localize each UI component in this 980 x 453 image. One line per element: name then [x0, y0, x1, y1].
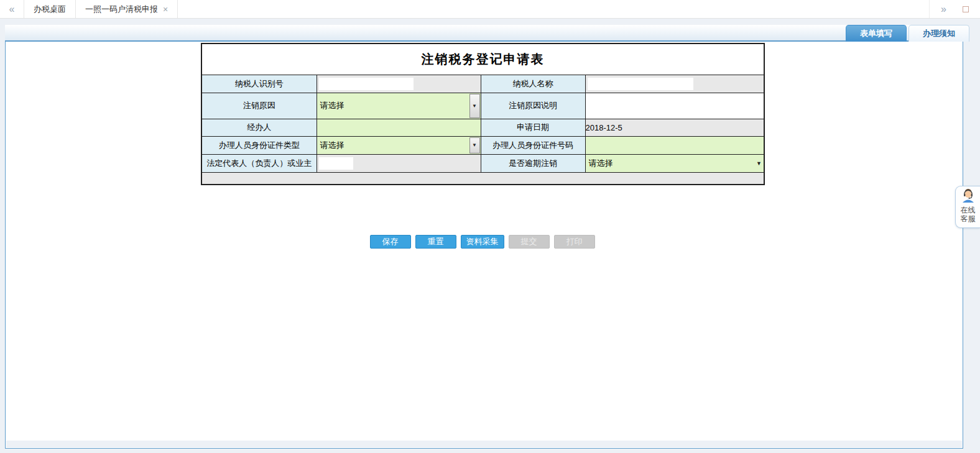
tab-clearance-declaration-label: 一照一码户清税申报 — [85, 4, 158, 15]
id-type-selected-value: 请选择 — [317, 140, 481, 151]
table-row: 经办人 申请日期 2018-12-5 — [201, 119, 764, 136]
panel-bottom-strip — [6, 441, 962, 447]
page-header-strip — [5, 25, 963, 42]
legal-rep-value — [317, 154, 481, 172]
tab-form-fill[interactable]: 表单填写 — [846, 25, 907, 42]
table-row: 法定代表人（负责人）或业主 是否逾期注销 请选择 ▼ — [201, 154, 764, 172]
handler-input[interactable] — [317, 119, 481, 136]
save-button[interactable]: 保存 — [370, 235, 411, 249]
submit-button[interactable]: 提交 — [509, 235, 550, 249]
cancel-reason-selected-value: 请选择 — [317, 100, 481, 111]
cancel-reason-desc-label: 注销原因说明 — [481, 93, 585, 119]
taxpayer-name-label: 纳税人名称 — [481, 75, 585, 93]
tab-handling-notice[interactable]: 办理须知 — [908, 25, 969, 42]
id-type-select[interactable]: 请选择 ▼ — [317, 136, 481, 154]
customer-service-avatar-icon — [961, 194, 976, 205]
id-number-label: 办理人员身份证件号码 — [481, 136, 585, 154]
apply-date-value: 2018-12-5 — [585, 119, 764, 136]
online-service-label-line1: 在线 — [956, 206, 980, 214]
page-tabs: 表单填写 办理须知 — [846, 25, 969, 42]
main-panel: 注销税务登记申请表 纳税人识别号 纳税人名称 注销原因 请选择 ▼ 注销原因说明… — [5, 42, 963, 449]
top-tab-bar: « 办税桌面 一照一码户清税申报 × » — [0, 0, 980, 19]
print-button[interactable]: 打印 — [554, 235, 595, 249]
taxpayer-id-label: 纳税人识别号 — [201, 75, 317, 93]
online-service-widget[interactable]: 在线 客服 — [955, 186, 980, 228]
overdue-label: 是否逾期注销 — [481, 154, 585, 172]
topbar-right-controls: » — [929, 0, 980, 18]
overdue-select[interactable]: 请选择 ▼ — [585, 154, 764, 172]
action-button-row: 保存 重置 资料采集 提交 打印 — [201, 235, 764, 249]
cancel-reason-label: 注销原因 — [201, 93, 317, 119]
table-footer-row — [201, 172, 764, 185]
tab-tax-desktop[interactable]: 办税桌面 — [24, 0, 76, 18]
id-number-input[interactable] — [585, 136, 764, 154]
data-collection-button[interactable]: 资料采集 — [461, 235, 504, 249]
legal-rep-label: 法定代表人（负责人）或业主 — [201, 154, 317, 172]
legal-rep-redacted-box — [319, 157, 353, 170]
cancellation-form-table: 注销税务登记申请表 纳税人识别号 纳税人名称 注销原因 请选择 ▼ 注销原因说明… — [201, 43, 765, 185]
taxpayer-name-value — [585, 75, 764, 93]
table-row: 办理人员身份证件类型 请选择 ▼ 办理人员身份证件号码 — [201, 136, 764, 154]
taxpayer-name-redacted-box — [588, 78, 693, 90]
overdue-selected-value: 请选择 — [586, 158, 764, 169]
window-restore-icon[interactable] — [963, 6, 969, 12]
reset-button[interactable]: 重置 — [415, 235, 456, 249]
handler-label: 经办人 — [201, 119, 317, 136]
online-service-label-line2: 客服 — [956, 214, 980, 223]
chevron-down-icon[interactable]: ▼ — [469, 137, 480, 153]
apply-date-label: 申请日期 — [481, 119, 585, 136]
chevron-down-icon[interactable]: ▼ — [756, 160, 762, 167]
tab-clearance-declaration[interactable]: 一照一码户清税申报 × — [76, 0, 178, 18]
chevron-down-icon[interactable]: ▼ — [469, 94, 480, 118]
collapse-tabs-icon[interactable]: « — [0, 0, 24, 18]
table-row: 注销原因 请选择 ▼ 注销原因说明 — [201, 93, 764, 119]
tab-tax-desktop-label: 办税桌面 — [34, 4, 66, 15]
id-type-label: 办理人员身份证件类型 — [201, 136, 317, 154]
close-icon[interactable]: × — [163, 5, 168, 14]
cancel-reason-select[interactable]: 请选择 ▼ — [317, 93, 481, 119]
table-footer-cell — [201, 172, 764, 185]
taxpayer-id-redacted-box — [319, 78, 414, 90]
table-row: 纳税人识别号 纳税人名称 — [201, 75, 764, 93]
form-title: 注销税务登记申请表 — [201, 43, 764, 75]
taxpayer-id-value — [317, 75, 481, 93]
expand-tabs-icon[interactable]: » — [941, 4, 946, 15]
cancel-reason-desc-input[interactable] — [585, 93, 764, 119]
